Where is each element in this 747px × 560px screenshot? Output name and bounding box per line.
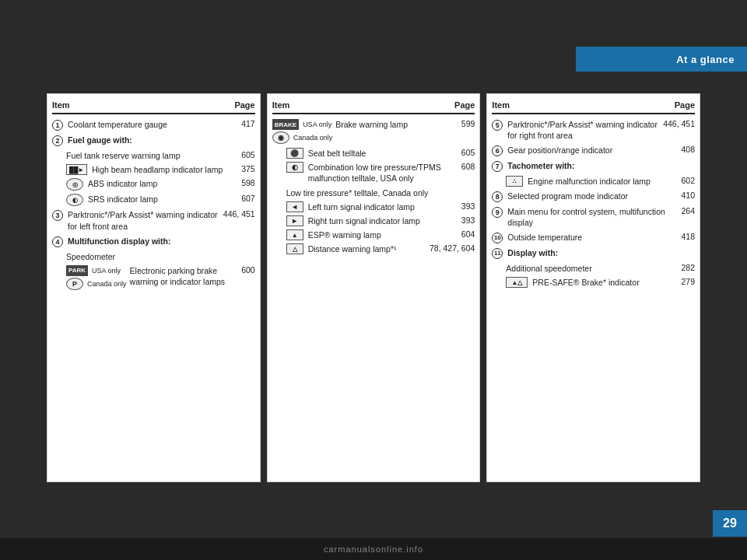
seatbelt-text: Seat belt telltale [308,148,449,159]
distance-page: 78, 427, 604 [430,243,475,253]
parktronic-left-text: Parktronic*/Park Assist* warning indicat… [68,209,220,231]
parktronic-right-page: 446, 451 [663,119,695,128]
list-item: 10 Outside temperature 418 [492,232,695,243]
list-item: Fuel tank reserve warning lamp 605 [66,150,255,161]
presafe-text: PRE-SAFE® Brake* indicator [532,277,668,288]
list-item: 9 Main menu for control system, multifun… [492,206,695,228]
right-turn-icon: ► [286,215,303,226]
esp-text: ESP® warning lamp [308,229,449,240]
highbeam-text: High beam headlamp indicator lamp [92,164,228,175]
abs-icon: ◎ [66,178,83,191]
distance-icon: △ [286,243,303,254]
list-item: ⚫ Seat belt telltale 605 [286,148,475,159]
canada-only-brake: Canada only [293,134,333,142]
tire-icon: ◐ [286,162,303,173]
esp-icon: ▲ [286,229,303,240]
gear-position-text: Gear position/range indicator [507,145,668,156]
program-mode-page: 410 [672,191,695,200]
gear-position-page: 408 [672,145,695,154]
brake-icon: BRAKE [272,119,299,130]
multifunction-text: Multifunction display with: [68,236,229,247]
srs-icon: ◐ [66,194,83,206]
fuel-reserve-page: 605 [232,150,255,159]
list-item: Additional speedometer 282 [506,263,695,274]
panel-col2: Item Page BRAKE USA only ◉ Canada only B… [267,93,481,482]
col2-item-label: Item [272,100,290,110]
engine-text: Engine malfunction indicator lamp [528,176,668,187]
tire-text: Combination low tire pressure/TPMS malfu… [308,162,449,184]
canada-brake-icon: ◉ [272,131,289,144]
srs-page: 607 [232,194,255,203]
list-item: 8 Selected program mode indicator 410 [492,191,695,202]
item-num-1: 1 [52,119,65,131]
left-turn-text: Left turn signal indicator lamp [308,201,449,212]
highbeam-page: 375 [232,164,255,173]
list-item: 4 Multifunction display with: [52,236,255,247]
list-item: ▲ ESP® warning lamp 604 [286,229,475,240]
list-item: 6 Gear position/range indicator 408 [492,145,695,156]
usa-only-label: USA only [92,267,121,275]
list-item: ► Right turn signal indicator lamp 393 [286,215,475,226]
list-item: ▲△ PRE-SAFE® Brake* indicator 279 [506,277,695,288]
park-icon: PARK [66,265,88,276]
tire-canada-text: Low tire pressure* telltale, Canada only [286,187,449,198]
list-item: 1 Coolant temperature gauge 417 [52,119,255,131]
list-item: Speedometer [66,251,255,262]
list-item: 2 Fuel gauge with: [52,135,255,146]
item-num-5: 5 [492,119,504,131]
add-speedometer-text: Additional speedometer [506,263,668,274]
list-item: ◄ Left turn signal indicator lamp 393 [286,201,475,212]
highbeam-icon: ██► [66,164,87,175]
item-num-2: 2 [52,135,65,146]
col2-header: Item Page [272,100,475,114]
esp-page: 604 [451,229,475,239]
header-bar: At a glance [576,47,747,72]
park-brake-text: Electronic parking brake warning or indi… [130,265,229,287]
list-item: ◐ SRS indicator lamp 607 [66,194,255,206]
tire-page: 608 [451,162,475,171]
item-num-8: 8 [492,191,504,202]
abs-page: 598 [232,178,255,187]
list-item: 7 Tachometer with: [492,160,695,172]
srs-text: SRS indicator lamp [88,194,229,205]
parktronic-right-text: Parktronic*/Park Assist* warning indicat… [507,119,660,141]
list-item: 3 Parktronic*/Park Assist* warning indic… [52,209,255,231]
coolant-page: 417 [232,119,255,128]
engine-page: 602 [672,176,695,185]
seatbelt-page: 605 [451,148,475,157]
abs-text: ABS indicator lamp [88,178,229,189]
list-item: 5 Parktronic*/Park Assist* warning indic… [492,119,695,141]
item-num-11: 11 [492,247,504,259]
list-item: ◎ ABS indicator lamp 598 [66,178,255,191]
list-item: ██► High beam headlamp indicator lamp 37… [66,164,255,175]
program-mode-text: Selected program mode indicator [507,191,668,201]
presafe-page: 279 [672,277,695,286]
item-num-4: 4 [52,236,65,247]
list-item: ⛬ Engine malfunction indicator lamp 602 [506,176,695,187]
col3-item-label: Item [492,100,510,110]
tachometer-text: Tachometer with: [507,160,668,171]
park-brake-page: 600 [232,265,255,275]
main-menu-text: Main menu for control system, multifunct… [507,206,668,228]
watermark-bar: carmanualsonline.info [0,538,747,560]
content-area: Item Page 1 Coolant temperature gauge 41… [47,93,700,482]
item-num-6: 6 [492,145,504,156]
list-item: ◐ Combination low tire pressure/TPMS mal… [286,162,475,184]
page-number: 29 [723,516,737,530]
item-num-9: 9 [492,206,504,218]
engine-icon: ⛬ [506,176,523,187]
left-turn-page: 393 [451,201,475,211]
right-turn-page: 393 [451,215,475,225]
outside-temp-text: Outside temperature [507,232,668,243]
col2-page-label: Page [454,100,475,110]
page-badge: 29 [713,510,747,537]
brake-warning-page: 599 [451,119,475,128]
col3-page-label: Page [675,100,695,110]
col1-header: Item Page [52,100,255,114]
col1-page-label: Page [234,100,254,110]
list-item: 11 Display with: [492,247,695,259]
panel-col1: Item Page 1 Coolant temperature gauge 41… [47,93,261,482]
fuel-reserve-text: Fuel tank reserve warning lamp [66,150,229,161]
outside-temp-page: 418 [672,232,695,241]
usa-only-brake: USA only [303,121,331,128]
